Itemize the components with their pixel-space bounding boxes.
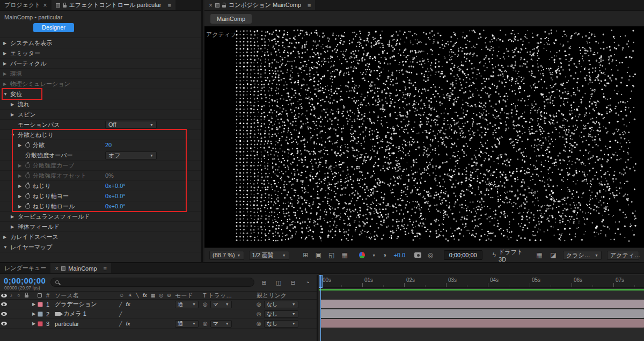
parent-dropdown[interactable]: なし▼ bbox=[264, 310, 298, 318]
effect-row[interactable]: ▶カレイドスペース bbox=[0, 232, 201, 242]
effect-row[interactable]: ▶球体フィールド bbox=[0, 222, 201, 232]
layer-switches[interactable]: ╱fx bbox=[119, 321, 175, 327]
effect-row[interactable]: ▶ねじり軸ロール0x+0.0° bbox=[0, 201, 201, 212]
audio-header-icon[interactable]: ♪ bbox=[8, 293, 15, 298]
mode-dropdown[interactable]: 通▼ bbox=[175, 301, 199, 308]
trkmat-none-icon[interactable]: ◎ bbox=[203, 321, 208, 327]
close-icon[interactable]: × bbox=[55, 265, 58, 272]
layer-duration-bar[interactable] bbox=[320, 319, 644, 328]
playhead-handle[interactable] bbox=[319, 275, 323, 288]
parent-dropdown[interactable]: なし▼ bbox=[264, 301, 298, 308]
effect-row[interactable]: ▶エミッター bbox=[0, 48, 201, 59]
panel-menu-icon[interactable]: ≡ bbox=[167, 2, 171, 9]
quality-switch-icon[interactable]: ╱ bbox=[119, 321, 122, 327]
label-color-chip[interactable] bbox=[38, 302, 43, 307]
search-input[interactable] bbox=[63, 279, 250, 286]
exposure-icon[interactable]: ◑ bbox=[380, 251, 389, 259]
panel-menu-icon[interactable]: ≡ bbox=[308, 2, 311, 9]
twirl-icon[interactable]: ▶ bbox=[3, 61, 10, 66]
auto-keyframe-icon[interactable]: ◔ bbox=[303, 278, 312, 287]
effect-row[interactable]: モーションパスOff▼ bbox=[0, 120, 201, 130]
tab-effect-controls[interactable]: エフェクトコントロール particular ≡ bbox=[52, 0, 175, 10]
visibility-eye-icon[interactable] bbox=[1, 302, 7, 306]
trkmat-none-icon[interactable]: ◎ bbox=[203, 301, 208, 307]
twirl-icon[interactable]: ▶ bbox=[11, 102, 18, 107]
quality-switch-icon[interactable]: ╱ bbox=[119, 302, 122, 307]
twirl-icon[interactable]: ▶ bbox=[30, 311, 38, 316]
effect-value[interactable]: 0x+0.0° bbox=[105, 193, 126, 199]
draft-3d-toggle[interactable]: ϟ ドラフト 3D bbox=[493, 248, 530, 263]
effect-row[interactable]: ▶システムを表示 bbox=[0, 38, 201, 48]
label-header-icon[interactable] bbox=[38, 293, 42, 298]
composition-canvas[interactable] bbox=[235, 30, 636, 242]
frame-blend-header-icon[interactable]: ╲ bbox=[136, 293, 138, 298]
effect-row[interactable]: ▶ねじり軸ヨー0x+0.0° bbox=[0, 191, 201, 201]
parent-pickwhip-icon[interactable]: ◎ bbox=[257, 321, 261, 327]
parent-pickwhip-icon[interactable]: ◎ bbox=[257, 301, 261, 307]
effect-value[interactable]: 20 bbox=[105, 142, 112, 148]
mini-flowchart-icon[interactable]: ⊞ bbox=[260, 278, 268, 287]
layer-duration-bar[interactable] bbox=[320, 300, 644, 308]
extended-viewer-icon[interactable]: ◪ bbox=[549, 251, 558, 259]
trkmat-dropdown[interactable]: マ▼ bbox=[210, 301, 232, 308]
layer-duration-bar[interactable] bbox=[320, 309, 644, 318]
effect-value[interactable]: 0x+0.0° bbox=[105, 203, 126, 209]
mode-dropdown[interactable]: 通▼ bbox=[175, 320, 199, 328]
panel-menu-icon[interactable]: ≡ bbox=[104, 265, 107, 272]
parent-dropdown[interactable]: なし▼ bbox=[264, 320, 298, 328]
effect-value-dropdown[interactable]: オフ▼ bbox=[105, 151, 157, 159]
timeline-tracks[interactable]: 00s01s02s03s04s05s06s07s bbox=[319, 275, 644, 341]
effect-row[interactable]: ▶物理シミュレーション bbox=[0, 79, 201, 89]
effect-row[interactable]: ▶分散強度カーブ bbox=[0, 161, 201, 171]
fx-switch-icon[interactable]: fx bbox=[126, 302, 130, 307]
mode-header[interactable]: モード bbox=[175, 292, 203, 300]
layer-name[interactable]: グラデーション bbox=[55, 300, 119, 308]
layer-row[interactable]: ▶3particular╱fx通▼◎マ▼◎なし▼ bbox=[0, 319, 317, 329]
time-ruler[interactable]: 00s01s02s03s04s05s06s07s bbox=[319, 275, 644, 288]
close-icon[interactable]: × bbox=[209, 2, 213, 9]
effect-value[interactable]: 0x+0.0° bbox=[105, 183, 126, 189]
tab-render-queue[interactable]: レンダーキュー bbox=[0, 263, 50, 273]
layer-switches[interactable]: ╱ bbox=[119, 311, 175, 317]
parent-pickwhip-icon[interactable]: ◎ bbox=[257, 311, 261, 317]
trkmat-dropdown[interactable]: マ▼ bbox=[210, 320, 232, 328]
quality-switch-icon[interactable]: ╱ bbox=[119, 311, 122, 317]
fx-switch-icon[interactable]: fx bbox=[126, 321, 130, 327]
region-of-interest-icon[interactable]: ◱ bbox=[327, 251, 335, 259]
source-name-header[interactable]: ソース名 bbox=[55, 292, 119, 300]
twirl-icon[interactable]: ▶ bbox=[3, 82, 10, 86]
twirl-icon[interactable]: ▶ bbox=[18, 194, 25, 199]
twirl-icon[interactable]: ▶ bbox=[18, 173, 25, 178]
timeline-search[interactable] bbox=[50, 278, 254, 287]
twirl-icon[interactable]: ▶ bbox=[3, 51, 10, 56]
effect-row[interactable]: ▶タービュランスフィールド bbox=[0, 212, 201, 222]
visibility-eye-icon[interactable] bbox=[1, 322, 7, 325]
twirl-icon[interactable]: ▶ bbox=[3, 71, 10, 76]
lock-header-icon[interactable] bbox=[25, 295, 28, 298]
channel-selector-icon[interactable] bbox=[359, 252, 365, 258]
resolution-dropdown[interactable]: 1/2 画質▼ bbox=[249, 251, 289, 260]
label-color-chip[interactable] bbox=[38, 311, 43, 317]
eye-header-icon[interactable] bbox=[1, 294, 7, 298]
comp-breadcrumb-pill[interactable]: MainComp bbox=[210, 14, 252, 24]
label-color-chip[interactable] bbox=[38, 321, 43, 327]
parent-header[interactable]: 親とリンク bbox=[257, 292, 308, 300]
live-update-icon[interactable]: ◫ bbox=[274, 278, 283, 287]
layer-switches[interactable]: ╱fx bbox=[119, 302, 175, 307]
draft-3d-toggle-icon[interactable]: ⊟ bbox=[289, 278, 297, 287]
twirl-icon[interactable]: ▶ bbox=[30, 321, 38, 326]
twirl-icon[interactable]: ▶ bbox=[3, 41, 10, 46]
tab-composition[interactable]: × コンポジション MainComp ≡ bbox=[204, 0, 315, 10]
effect-row[interactable]: ▼分散とねじり bbox=[0, 130, 201, 140]
threed-header-icon[interactable]: ⊙ bbox=[167, 293, 171, 298]
camera-view-dropdown[interactable]: アクティ… bbox=[607, 251, 639, 260]
effect-value-dropdown[interactable]: Off▼ bbox=[105, 121, 157, 129]
composition-viewer[interactable]: アクティブカメラ bbox=[204, 26, 644, 248]
twirl-icon[interactable]: ▶ bbox=[11, 214, 18, 219]
close-icon[interactable]: × bbox=[43, 2, 47, 9]
twirl-icon[interactable]: ▶ bbox=[18, 184, 25, 188]
zoom-dropdown[interactable]: (88.7 %)▼ bbox=[209, 251, 244, 260]
fx-header-icon[interactable]: fx bbox=[143, 293, 147, 298]
effect-value[interactable]: 0% bbox=[105, 172, 114, 179]
twirl-icon[interactable]: ▶ bbox=[11, 224, 18, 229]
